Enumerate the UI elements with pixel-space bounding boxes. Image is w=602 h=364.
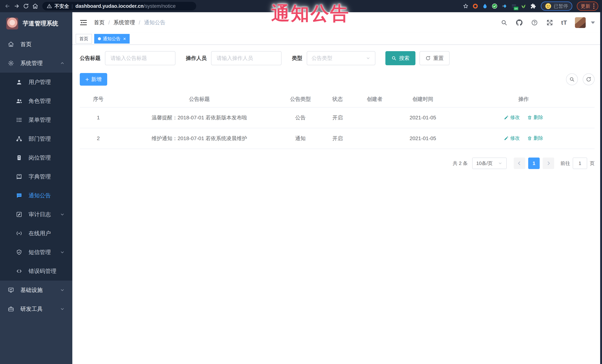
extension-orange-shield-icon[interactable] <box>472 2 479 10</box>
search-icon[interactable] <box>500 19 508 26</box>
notice-title-input[interactable] <box>105 51 175 65</box>
page-size-select[interactable]: 10条/页 <box>472 157 507 169</box>
col-title: 公告标题 <box>117 91 282 107</box>
sidebar-item-infrastructure[interactable]: 基础设施 <box>0 281 72 300</box>
sidebar-item-posts[interactable]: 岗位管理 <box>0 148 72 167</box>
reload-icon[interactable] <box>22 2 30 10</box>
sidebar-item-notice[interactable]: 通知公告 <box>0 186 72 205</box>
profile-status-label: 已暂停 <box>554 3 568 10</box>
add-button[interactable]: + 新增 <box>80 73 107 86</box>
collapse-sidebar-icon[interactable] <box>79 19 87 27</box>
reset-button-label: 重置 <box>433 55 444 62</box>
goto-page-input[interactable] <box>573 157 587 169</box>
col-index: 序号 <box>80 91 117 107</box>
cell-created: 2021-01-05 <box>393 107 452 128</box>
delete-link[interactable]: 删除 <box>527 135 543 141</box>
page-number-1[interactable]: 1 <box>528 157 540 169</box>
browser-profile-chip[interactable]: 已暂停 <box>541 1 572 11</box>
col-type: 公告类型 <box>282 91 319 107</box>
gear-icon <box>7 60 14 67</box>
home-icon[interactable] <box>32 2 39 10</box>
back-icon[interactable] <box>4 2 11 10</box>
page-unit-label: 页 <box>590 160 595 166</box>
sidebar-item-online-users[interactable]: 在线用户 <box>0 224 72 243</box>
notice-table: 序号 公告标题 公告类型 状态 创建者 创建时间 操作 1 温馨提醒：2018- <box>80 91 595 149</box>
breadcrumb-home[interactable]: 首页 <box>94 19 105 26</box>
sidebar-item-roles[interactable]: 角色管理 <box>0 92 72 110</box>
security-warning-label: 不安全 <box>54 3 69 10</box>
tab-home[interactable]: 首页 <box>76 34 92 43</box>
prev-page-button[interactable] <box>514 157 525 169</box>
security-warning-icon[interactable] <box>47 3 52 9</box>
profile-emoji-icon <box>545 3 551 9</box>
font-size-icon[interactable]: tT <box>561 19 567 26</box>
browser-menu-kebab-icon[interactable] <box>593 3 594 9</box>
fullscreen-icon[interactable] <box>546 19 553 26</box>
forward-icon[interactable] <box>13 2 20 10</box>
breadcrumb-separator: / <box>139 20 140 26</box>
extension-switch-on-icon[interactable]: on <box>510 2 518 10</box>
pencil-icon <box>504 136 509 141</box>
url-path: /system/notice <box>144 3 176 9</box>
browser-update-button[interactable]: 更新 <box>577 1 598 11</box>
address-bar[interactable]: 不安全 | dashboard.yudao.iocoder.cn/system/… <box>42 2 196 10</box>
sidebar-item-error-codes[interactable]: 错误码管理 <box>0 262 72 281</box>
col-status: 状态 <box>319 91 356 107</box>
extension-green-check-icon[interactable] <box>491 2 498 10</box>
edit-link-label: 修改 <box>510 135 520 141</box>
edit-link[interactable]: 修改 <box>504 135 520 141</box>
breadcrumb-separator: / <box>108 20 110 26</box>
extension-green-leaf-icon[interactable] <box>520 2 527 10</box>
github-icon[interactable] <box>516 19 523 26</box>
breadcrumb-system[interactable]: 系统管理 <box>114 19 135 26</box>
sidebar-item-menus[interactable]: 菜单管理 <box>0 110 72 129</box>
bookmark-star-icon[interactable] <box>462 2 470 10</box>
refresh-icon <box>425 56 431 61</box>
sidebar-item-departments[interactable]: 部门管理 <box>0 129 72 148</box>
sidebar-item-sms[interactable]: 短信管理 <box>0 243 72 262</box>
type-select[interactable]: 公告类型 <box>307 51 375 65</box>
table-header-row: 序号 公告标题 公告类型 状态 创建者 创建时间 操作 <box>80 91 595 107</box>
toggle-search-button[interactable] <box>566 73 578 85</box>
trash-icon <box>527 115 532 120</box>
cell-creator <box>356 128 393 149</box>
next-page-button[interactable] <box>543 157 554 169</box>
search-button[interactable]: 搜索 <box>385 51 415 65</box>
notice-title-label: 公告标题 <box>80 55 100 62</box>
id-badge-icon <box>16 154 23 161</box>
sidebar-item-system[interactable]: 系统管理 <box>0 54 72 73</box>
refresh-table-button[interactable] <box>583 73 595 85</box>
chevron-down-icon <box>366 56 371 61</box>
sidebar-item-home[interactable]: 首页 <box>0 35 72 54</box>
type-label: 类型 <box>292 55 302 62</box>
page-scrollbar[interactable] <box>600 12 602 364</box>
pagination-total: 共 2 条 <box>453 160 468 166</box>
sidebar-logo[interactable]: 芋道管理系统 <box>0 12 72 35</box>
reset-button[interactable]: 重置 <box>419 51 450 65</box>
avatar-caret-icon[interactable] <box>591 21 595 24</box>
code-icon <box>16 268 23 275</box>
sidebar: 芋道管理系统 首页 系统管理 用户管理 <box>0 12 72 364</box>
sidebar-item-users[interactable]: 用户管理 <box>0 73 72 92</box>
operator-input[interactable] <box>211 51 281 65</box>
operator-label: 操作人员 <box>186 55 207 62</box>
tab-notice[interactable]: 通知公告 × <box>94 34 130 43</box>
delete-link[interactable]: 删除 <box>527 114 543 121</box>
chevron-down-icon <box>60 287 65 293</box>
extensions-puzzle-icon[interactable] <box>529 2 537 10</box>
book-icon <box>16 173 23 180</box>
extension-blue-diamond-icon[interactable] <box>500 2 508 10</box>
update-label: 更新 <box>581 3 590 10</box>
user-avatar[interactable] <box>575 17 586 28</box>
search-icon <box>569 77 575 82</box>
extension-blue-drop-icon[interactable] <box>481 2 489 10</box>
sidebar-item-audit-log[interactable]: 审计日志 <box>0 205 72 224</box>
sidebar-item-dev-tools[interactable]: 研发工具 <box>0 300 72 318</box>
close-icon[interactable]: × <box>123 36 126 41</box>
edit-link[interactable]: 修改 <box>504 114 520 121</box>
cell-title: 维护通知：2018-07-01 若依系统凌晨维护 <box>117 128 282 149</box>
sidebar-item-dicts[interactable]: 字典管理 <box>0 167 72 186</box>
org-tree-icon <box>16 135 23 142</box>
col-creator: 创建者 <box>356 91 393 107</box>
help-icon[interactable] <box>531 19 538 26</box>
